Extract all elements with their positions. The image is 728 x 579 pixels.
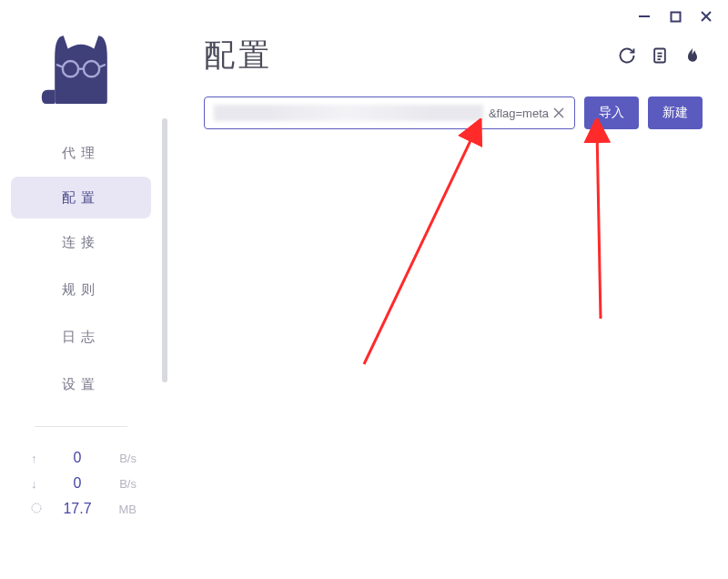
total-value: 17.7 [46, 501, 109, 517]
url-visible-suffix: &flag=meta [489, 107, 549, 120]
file-button[interactable] [650, 46, 670, 66]
refresh-button[interactable] [617, 46, 637, 66]
nav-list: 代理 配置 连接 规则 日志 设置 [0, 129, 162, 408]
annotation-arrow-1 [346, 118, 510, 373]
upload-unit: B/s [109, 452, 136, 465]
nav-item-logs[interactable]: 日志 [0, 313, 162, 361]
import-label: 导入 [599, 105, 624, 121]
annotation-arrow-2 [564, 118, 637, 328]
fire-button[interactable] [682, 46, 703, 66]
import-button[interactable]: 导入 [584, 96, 639, 129]
download-unit: B/s [109, 477, 136, 491]
nav-label: 日志 [62, 329, 100, 346]
total-unit: MB [109, 503, 136, 516]
nav-item-proxy[interactable]: 代理 [0, 129, 162, 177]
nav-item-connections[interactable]: 连接 [0, 218, 162, 266]
nav-label: 配置 [62, 189, 100, 207]
download-value: 0 [46, 475, 109, 492]
nav-item-rules[interactable]: 规则 [0, 266, 162, 313]
download-stat: ↓ 0 B/s [0, 471, 162, 496]
stats-panel: ↑ 0 B/s ↓ 0 B/s 17.7 MB [0, 445, 162, 522]
nav-item-settings[interactable]: 设置 [0, 361, 162, 408]
nav-label: 代理 [62, 145, 100, 162]
create-label: 新建 [662, 105, 688, 121]
nav-label: 设置 [62, 376, 100, 393]
svg-point-9 [32, 503, 41, 513]
total-stat: 17.7 MB [0, 496, 162, 522]
main-panel: 配置 &flag=meta 导入 新建 [178, 0, 728, 129]
upload-value: 0 [46, 450, 109, 466]
create-button[interactable]: 新建 [648, 96, 703, 129]
clear-input-button[interactable] [549, 103, 569, 123]
url-blurred-content [214, 105, 483, 121]
sidebar-scrollbar[interactable] [162, 118, 167, 382]
nav-label: 规则 [62, 281, 100, 299]
nav-item-profiles[interactable]: 配置 [11, 177, 151, 218]
app-logo [26, 16, 136, 107]
data-icon [31, 503, 46, 516]
download-icon: ↓ [31, 477, 46, 491]
upload-icon: ↑ [31, 452, 46, 465]
sidebar: 代理 配置 连接 规则 日志 设置 ↑ 0 B/s ↓ 0 B/s 17.7 M… [0, 0, 162, 579]
nav-label: 连接 [62, 234, 100, 251]
page-title: 配置 [204, 35, 617, 76]
upload-stat: ↑ 0 B/s [0, 445, 162, 471]
svg-line-16 [364, 129, 476, 364]
profile-url-input[interactable]: &flag=meta [204, 96, 575, 129]
sidebar-divider [35, 426, 127, 427]
svg-line-17 [597, 129, 601, 319]
